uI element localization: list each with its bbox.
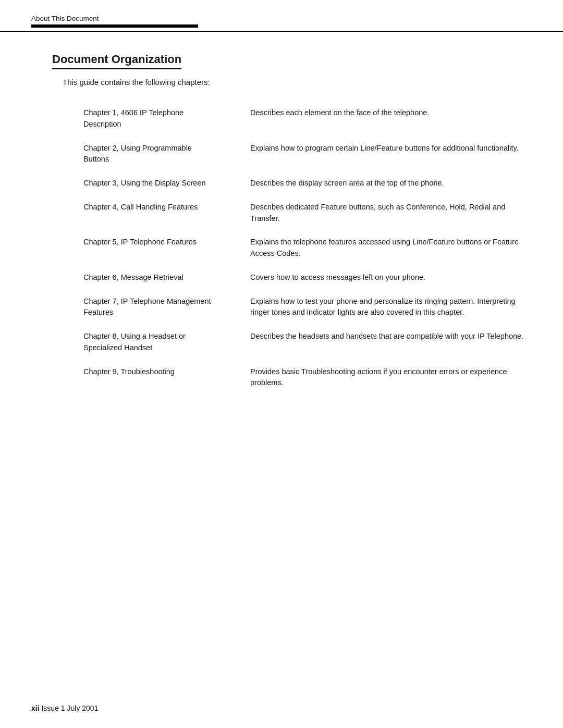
- chapter-row-3: Chapter 3, Using the Display ScreenDescr…: [83, 178, 532, 189]
- chapter-name-3: Chapter 3, Using the Display Screen: [83, 178, 219, 189]
- header-title: About This Document: [31, 15, 532, 22]
- chapter-name-2: Chapter 2, Using Programmable Buttons: [83, 143, 219, 166]
- chapter-name-7: Chapter 7, IP Telephone Management Featu…: [83, 296, 219, 319]
- chapter-desc-7: Explains how to test your phone and pers…: [250, 296, 532, 319]
- chapter-desc-4: Describes dedicated Feature buttons, suc…: [250, 202, 532, 225]
- footer-page-number: xii: [31, 704, 40, 712]
- chapter-row-8: Chapter 8, Using a Headset or Specialize…: [83, 331, 532, 354]
- chapter-row-7: Chapter 7, IP Telephone Management Featu…: [83, 296, 532, 319]
- chapter-row-2: Chapter 2, Using Programmable ButtonsExp…: [83, 143, 532, 166]
- footer-issue-info: Issue 1 July 2001: [40, 704, 99, 712]
- chapter-name-1: Chapter 1, 4606 IP Telephone Description: [83, 107, 219, 130]
- chapter-name-6: Chapter 6, Message Retrieval: [83, 272, 219, 283]
- chapter-name-4: Chapter 4, Call Handling Features: [83, 202, 219, 225]
- chapter-desc-2: Explains how to program certain Line/Fea…: [250, 143, 532, 166]
- chapter-desc-3: Describes the display screen area at the…: [250, 178, 532, 189]
- chapter-row-5: Chapter 5, IP Telephone FeaturesExplains…: [83, 237, 532, 260]
- header-bar: [31, 24, 198, 28]
- chapter-name-9: Chapter 9, Troubleshooting: [83, 366, 219, 389]
- intro-text: This guide contains the following chapte…: [63, 78, 532, 87]
- chapter-desc-6: Covers how to access messages left on yo…: [250, 272, 532, 283]
- chapter-desc-5: Explains the telephone features accessed…: [250, 237, 532, 260]
- main-content: Document Organization This guide contain…: [0, 32, 563, 433]
- page-container: About This Document Document Organizatio…: [0, 0, 563, 728]
- chapter-name-8: Chapter 8, Using a Headset or Specialize…: [83, 331, 219, 354]
- chapter-row-4: Chapter 4, Call Handling FeaturesDescrib…: [83, 202, 532, 225]
- page-footer: xii Issue 1 July 2001: [31, 704, 98, 712]
- section-title: Document Organization: [52, 53, 532, 69]
- chapter-row-1: Chapter 1, 4606 IP Telephone Description…: [83, 107, 532, 130]
- chapter-desc-1: Describes each element on the face of th…: [250, 107, 532, 130]
- chapter-name-5: Chapter 5, IP Telephone Features: [83, 237, 219, 260]
- chapters-list: Chapter 1, 4606 IP Telephone Description…: [52, 107, 532, 389]
- page-header: About This Document: [0, 0, 563, 32]
- chapter-row-6: Chapter 6, Message RetrievalCovers how t…: [83, 272, 532, 283]
- chapter-desc-9: Provides basic Troubleshooting actions i…: [250, 366, 532, 389]
- chapter-desc-8: Describes the headsets and handsets that…: [250, 331, 532, 354]
- chapter-row-9: Chapter 9, TroubleshootingProvides basic…: [83, 366, 532, 389]
